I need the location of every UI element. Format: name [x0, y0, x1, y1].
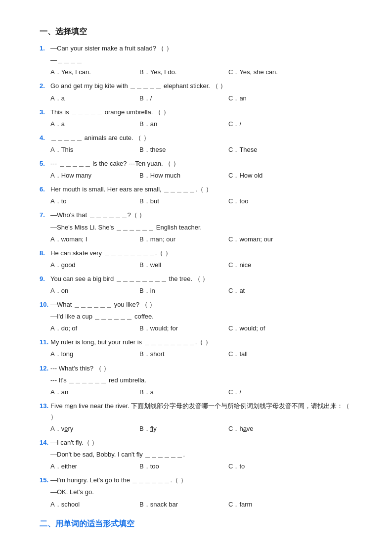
q15-sub: —OK. Let's go.	[40, 487, 352, 498]
question-2: 2. Go and get my big kite with ＿＿＿＿＿ ele…	[40, 81, 352, 103]
q7-optA: A．woman; I	[50, 234, 139, 245]
q7-options: A．woman; I B．man; our C．woman; our	[40, 234, 352, 245]
q11-optA: A．long	[50, 349, 139, 360]
q15-num: 15.	[40, 475, 48, 486]
q6-optA: A．to	[50, 196, 139, 207]
question-6: 6. Her mouth is small. Her ears are smal…	[40, 184, 352, 207]
q7-text: —Who's that ＿＿＿＿＿＿?（ ）	[50, 210, 352, 221]
q3-optB: B．an	[139, 119, 228, 130]
q1-num: 1.	[40, 43, 48, 54]
q5-optC: C．How old	[228, 170, 317, 181]
question-12: 12. --- What's this? （ ） --- It's ＿＿＿＿＿＿…	[40, 363, 352, 398]
q13-num: 13.	[40, 401, 48, 412]
q3-options: A．a B．an C．/	[40, 119, 352, 130]
q6-text: Her mouth is small. Her ears are small, …	[50, 184, 352, 195]
q4-optB: B．these	[139, 144, 228, 155]
q12-text: --- What's this? （ ）	[50, 363, 352, 374]
q4-optC: C．These	[228, 144, 317, 155]
q4-options: A．This B．these C．These	[40, 144, 352, 155]
q15-optB: B．snack bar	[139, 499, 228, 510]
q2-text: Go and get my big kite with ＿＿＿＿＿ elepha…	[50, 81, 352, 92]
q15-text: —I'm hungry. Let's go to the ＿＿＿＿＿＿.（ ）	[50, 475, 352, 486]
q15-optA: A．school	[50, 499, 139, 510]
q14-options: A．either B．too C．to	[40, 461, 352, 472]
q11-num: 11.	[40, 337, 48, 348]
q7-sub: —She's Miss Li. She's ＿＿＿＿＿＿ English tea…	[40, 222, 352, 233]
section1: 一、选择填空 1. —Can your sister make a fruit …	[40, 25, 352, 510]
q5-options: A．How many B．How much C．How old	[40, 170, 352, 181]
q8-num: 8.	[40, 248, 48, 259]
q10-sub: —I'd like a cup ＿＿＿＿＿＿ coffee.	[40, 311, 352, 322]
q9-optA: A．on	[50, 285, 139, 296]
q6-num: 6.	[40, 184, 48, 195]
q13-text: Five men live near the river. 下面划线部分字母的发…	[50, 401, 352, 422]
q1-optC: C．Yes, she can.	[228, 67, 317, 78]
section1-title: 一、选择填空	[40, 25, 352, 38]
q5-text: --- ＿＿＿＿＿ is the cake? ---Ten yuan. （ ）	[50, 158, 352, 169]
q14-optB: B．too	[139, 461, 228, 472]
q1-sub: —＿＿＿＿	[40, 55, 352, 66]
q4-num: 4.	[40, 133, 48, 143]
q10-optA: A．do; of	[50, 323, 139, 334]
q14-text: —I can't fly.（ ）	[50, 437, 352, 448]
question-4: 4. ＿＿＿＿＿ animals are cute. （ ） A．This B．…	[40, 133, 352, 155]
question-15: 15. —I'm hungry. Let's go to the ＿＿＿＿＿＿.…	[40, 475, 352, 509]
q7-optC: C．woman; our	[228, 234, 317, 245]
question-5: 5. --- ＿＿＿＿＿ is the cake? ---Ten yuan. （…	[40, 158, 352, 181]
q11-options: A．long B．short C．tall	[40, 349, 352, 360]
q12-optC: C．/	[228, 387, 317, 398]
q6-options: A．to B．but C．too	[40, 196, 352, 207]
q13-options: A．very B．fly C．have	[40, 423, 352, 434]
q13-optA: A．very	[50, 423, 139, 434]
q8-optC: C．nice	[228, 260, 317, 271]
q1-optB: B．Yes, I do.	[139, 67, 228, 78]
q10-optB: B．would; for	[139, 323, 228, 334]
q6-optC: C．too	[228, 196, 317, 207]
q10-text: —What ＿＿＿＿＿＿ you like? （ ）	[50, 299, 352, 310]
q1-text: —Can your sister make a fruit salad? （ ）	[50, 43, 352, 54]
q5-num: 5.	[40, 158, 48, 169]
q11-optB: B．short	[139, 349, 228, 360]
q4-text: ＿＿＿＿＿ animals are cute. （ ）	[50, 133, 352, 143]
q8-options: A．good B．well C．nice	[40, 260, 352, 271]
question-13: 13. Five men live near the river. 下面划线部分…	[40, 401, 352, 434]
question-7: 7. —Who's that ＿＿＿＿＿＿?（ ） —She's Miss Li…	[40, 210, 352, 244]
q7-num: 7.	[40, 210, 48, 221]
q10-options: A．do; of B．would; for C．would; of	[40, 323, 352, 334]
q3-optC: C．/	[228, 119, 317, 130]
q1-optA: A．Yes, I can.	[50, 67, 139, 78]
q12-optB: B．a	[139, 387, 228, 398]
question-11: 11. My ruler is long, but your ruler is …	[40, 337, 352, 360]
q14-optA: A．either	[50, 461, 139, 472]
question-10: 10. —What ＿＿＿＿＿＿ you like? （ ） —I'd like…	[40, 299, 352, 334]
q2-options: A．a B．/ C．an	[40, 93, 352, 104]
q9-text: You can see a big bird ＿＿＿＿＿＿＿＿ the tree…	[50, 274, 352, 284]
q2-optC: C．an	[228, 93, 317, 104]
q9-num: 9.	[40, 274, 48, 284]
q12-options: A．an B．a C．/	[40, 387, 352, 398]
q12-optA: A．an	[50, 387, 139, 398]
q3-text: This is ＿＿＿＿＿ orange umbrella. （ ）	[50, 107, 352, 118]
q1-options: A．Yes, I can. B．Yes, I do. C．Yes, she ca…	[40, 67, 352, 78]
q12-sub: --- It's ＿＿＿＿＿＿ red umbrella.	[40, 375, 352, 386]
section2-title: 二、用单词的适当形式填空	[40, 517, 352, 530]
question-8: 8. He can skate very ＿＿＿＿＿＿＿＿.（ ） A．good…	[40, 248, 352, 271]
q13-optC: C．have	[228, 423, 317, 434]
question-1: 1. —Can your sister make a fruit salad? …	[40, 43, 352, 78]
q9-optB: B．in	[139, 285, 228, 296]
question-3: 3. This is ＿＿＿＿＿ orange umbrella. （ ） A．…	[40, 107, 352, 130]
question-14: 14. —I can't fly.（ ） —Don't be sad, Bobb…	[40, 437, 352, 472]
q9-options: A．on B．in C．at	[40, 285, 352, 296]
section2: 二、用单词的适当形式填空	[40, 517, 352, 530]
q3-num: 3.	[40, 107, 48, 118]
q8-text: He can skate very ＿＿＿＿＿＿＿＿.（ ）	[50, 248, 352, 259]
q14-optC: C．to	[228, 461, 317, 472]
q11-optC: C．tall	[228, 349, 317, 360]
q2-optB: B．/	[139, 93, 228, 104]
q15-optC: C．farm	[228, 499, 317, 510]
q14-sub: —Don't be sad, Bobby. I can't fly ＿＿＿＿＿＿…	[40, 449, 352, 460]
q11-text: My ruler is long, but your ruler is ＿＿＿＿…	[50, 337, 352, 348]
q2-num: 2.	[40, 81, 48, 92]
q9-optC: C．at	[228, 285, 317, 296]
q13-optB: B．fly	[139, 423, 228, 434]
